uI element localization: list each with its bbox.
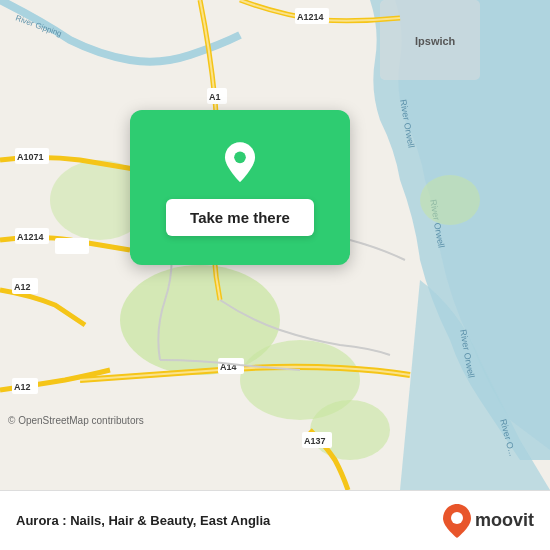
svg-point-9 [420,175,480,225]
svg-text:A137: A137 [304,436,326,446]
take-me-there-button[interactable]: Take me there [166,199,314,236]
svg-point-10 [310,400,390,460]
svg-point-33 [451,512,463,524]
moovit-pin-icon [443,504,471,538]
moovit-logo: moovit [443,504,534,538]
location-pin-icon [215,139,265,189]
osm-attribution: © OpenStreetMap contributors [8,415,144,426]
svg-text:A12: A12 [14,382,31,392]
svg-text:Ipswich: Ipswich [415,35,456,47]
svg-rect-29 [55,238,89,254]
svg-point-32 [234,152,246,164]
moovit-brand-text: moovit [475,510,534,531]
bottom-bar: Aurora : Nails, Hair & Beauty, East Angl… [0,490,550,550]
map-card: Take me there [130,110,350,265]
svg-text:A1214: A1214 [17,232,44,242]
map-container: River Orwell River Orwell River Orwell R… [0,0,550,490]
place-name: Aurora : Nails, Hair & Beauty, East Angl… [16,513,270,528]
svg-text:A1214: A1214 [297,12,324,22]
place-info: Aurora : Nails, Hair & Beauty, East Angl… [16,513,270,528]
svg-text:A12: A12 [14,282,31,292]
svg-text:A1: A1 [209,92,221,102]
svg-text:A1071: A1071 [17,152,44,162]
